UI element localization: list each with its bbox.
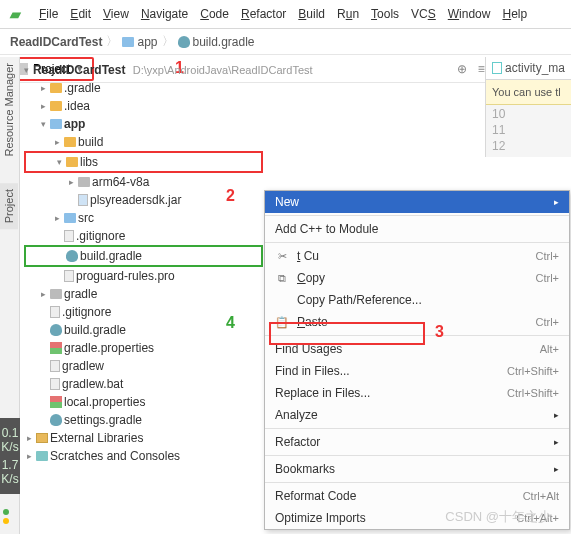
breadcrumb-file[interactable]: build.gradle <box>178 35 255 49</box>
cm-copypath[interactable]: Copy Path/Reference... <box>265 289 569 311</box>
project-tree[interactable]: ReadIDCardTest D:\yxp\AndroidJava\ReadID… <box>20 57 265 469</box>
menu-help[interactable]: Help <box>498 5 531 23</box>
copy-icon: ⧉ <box>275 271 289 285</box>
menu-refactor[interactable]: Refactor <box>237 5 290 23</box>
left-tool-stripe: Resource Manager Project 0.1K/s1.7K/s <box>0 57 20 534</box>
tree-node-libs: libs <box>24 151 263 173</box>
editor-tab[interactable]: activity_ma <box>486 57 571 80</box>
annotation-4: 4 <box>226 314 235 332</box>
locate-icon[interactable]: ⊕ <box>457 62 467 76</box>
menu-tools[interactable]: Tools <box>367 5 403 23</box>
cm-refactor[interactable]: Refactor▸ <box>265 431 569 453</box>
tab-project[interactable]: Project <box>0 183 18 229</box>
menu-file[interactable]: FFileile <box>35 5 62 23</box>
expand-icon[interactable]: ≡ <box>478 62 485 76</box>
menu-navigate[interactable]: Navigate <box>137 5 192 23</box>
menu-run[interactable]: Run <box>333 5 363 23</box>
editor-panel: activity_ma You can use tl 101112 <box>485 57 571 157</box>
scissors-icon: ✂ <box>275 249 289 263</box>
cm-cut[interactable]: ✂t CutCuCtrl+ <box>265 245 569 267</box>
breadcrumb: ReadIDCardTest 〉 app 〉 build.gradle <box>0 29 571 55</box>
menu-view[interactable]: View <box>99 5 133 23</box>
cm-copy[interactable]: ⧉CopyCtrl+ <box>265 267 569 289</box>
app-logo: ▰ <box>6 4 25 24</box>
context-menu: New▸ Add C++ to Module ✂t CutCuCtrl+ ⧉Co… <box>264 190 570 530</box>
menu-edit[interactable]: Edit <box>66 5 95 23</box>
tab-resource-manager[interactable]: Resource Manager <box>0 57 18 163</box>
cm-reformat[interactable]: Reformat CodeCtrl+Alt <box>265 485 569 507</box>
cm-paste[interactable]: 📋PasteCtrl+ <box>265 311 569 333</box>
cm-bookmarks[interactable]: Bookmarks▸ <box>265 458 569 480</box>
clipboard-icon: 📋 <box>275 315 289 329</box>
menu-vcs[interactable]: VCS <box>407 5 440 23</box>
menu-bar: ▰ FFileile Edit View Navigate Code Refac… <box>0 0 571 29</box>
menu-code[interactable]: Code <box>196 5 233 23</box>
cm-replace[interactable]: Replace in Files...Ctrl+Shift+ <box>265 382 569 404</box>
cm-find-files[interactable]: Find in Files...Ctrl+Shift+ <box>265 360 569 382</box>
breadcrumb-root[interactable]: ReadIDCardTest <box>10 35 102 49</box>
annotation-2: 2 <box>226 187 235 205</box>
breadcrumb-app[interactable]: app <box>122 35 157 49</box>
cm-analyze[interactable]: Analyze▸ <box>265 404 569 426</box>
cm-add-cpp[interactable]: Add C++ to Module <box>265 218 569 240</box>
cm-find-usages[interactable]: Find UsagesAlt+ <box>265 338 569 360</box>
annotation-3: 3 <box>435 323 444 341</box>
tree-node-build-gradle: build.gradle <box>24 245 263 267</box>
editor-gutter: 101112 <box>486 105 571 157</box>
menu-build[interactable]: Build <box>294 5 329 23</box>
editor-hint: You can use tl <box>486 80 571 105</box>
menu-window[interactable]: Window <box>444 5 495 23</box>
cm-new[interactable]: New▸ <box>265 191 569 213</box>
cm-optimize[interactable]: Optimize ImportsCtrl+Alt+ <box>265 507 569 529</box>
net-stats: 0.1K/s1.7K/s <box>0 418 20 494</box>
